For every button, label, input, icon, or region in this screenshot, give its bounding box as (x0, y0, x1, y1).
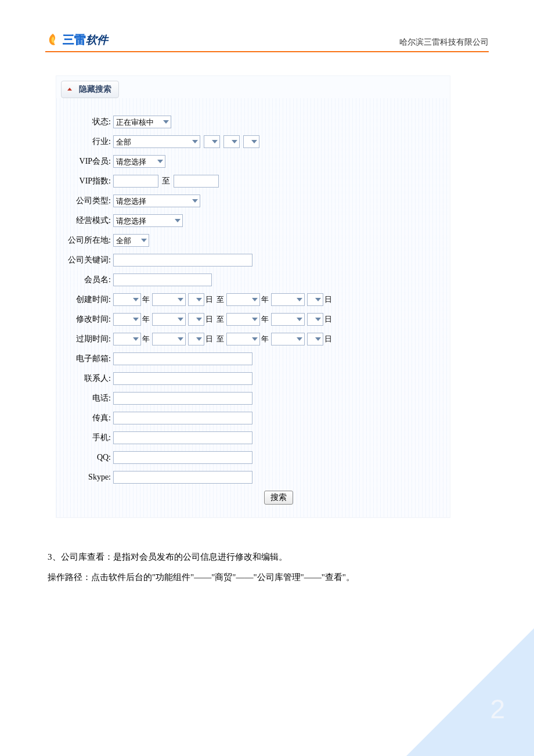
row-email: 电子邮箱: (62, 352, 444, 365)
expire-time-label: 过期时间: (62, 334, 113, 344)
row-create-time: 创建时间: 年 日 至 年 日 (62, 293, 444, 306)
create-time-label: 创建时间: (62, 294, 113, 305)
skype-input[interactable] (113, 471, 252, 484)
email-input[interactable] (113, 352, 252, 365)
logo-text-main: 三雷软件 (63, 32, 108, 48)
page-number: 2 (490, 693, 505, 725)
row-biz-model: 经营模式: 请您选择 (62, 214, 444, 227)
row-expire-time: 过期时间: 年 日 至 年 日 (62, 333, 444, 345)
company-name: 哈尔滨三雷科技有限公司 (399, 37, 489, 48)
paragraph-2: 操作路径：点击软件后台的"功能组件"――"商贸"――"公司库管理"――"查看"。 (48, 567, 489, 588)
modify-from-month[interactable] (152, 313, 186, 326)
search-button[interactable]: 搜索 (264, 491, 293, 505)
contact-input[interactable] (113, 372, 252, 385)
row-vip-index: VIP指数: 至 (62, 175, 444, 188)
status-label: 状态: (62, 117, 113, 127)
row-company-kw: 公司关键词: (62, 254, 444, 267)
fax-label: 传真: (62, 413, 113, 423)
row-company-type: 公司类型: 请您选择 (62, 195, 444, 207)
mobile-input[interactable] (113, 431, 252, 444)
modify-time-label: 修改时间: (62, 314, 113, 325)
vip-member-label: VIP会员: (62, 156, 113, 167)
phone-input[interactable] (113, 392, 252, 405)
modify-to-year[interactable] (226, 313, 260, 326)
expire-from-year[interactable] (113, 333, 141, 345)
row-phone: 电话: (62, 392, 444, 405)
vip-member-select[interactable]: 请您选择 (113, 155, 165, 168)
hide-search-toggle[interactable]: 隐藏搜索 (61, 81, 119, 98)
industry-select-2[interactable] (204, 135, 220, 148)
paragraph-1: 3、公司库查看：是指对会员发布的公司信息进行修改和编辑。 (48, 547, 489, 567)
flame-icon (45, 33, 60, 48)
create-to-year[interactable] (226, 293, 260, 306)
company-type-label: 公司类型: (62, 196, 113, 206)
member-name-label: 会员名: (62, 275, 113, 285)
expire-to-year[interactable] (226, 333, 260, 345)
modify-from-day[interactable] (188, 313, 204, 326)
create-from-year[interactable] (113, 293, 141, 306)
vip-index-label: VIP指数: (62, 176, 113, 186)
modify-to-day[interactable] (307, 313, 323, 326)
qq-label: QQ: (62, 453, 113, 462)
form-body: 状态: 正在审核中 行业: 全部 VIP会员: 请您选择 VIP指数: 至 (56, 98, 450, 517)
create-from-day[interactable] (188, 293, 204, 306)
industry-select-1[interactable]: 全部 (113, 135, 200, 148)
phone-label: 电话: (62, 393, 113, 404)
mobile-label: 手机: (62, 433, 113, 443)
create-from-month[interactable] (152, 293, 186, 306)
row-fax: 传真: (62, 412, 444, 424)
company-kw-label: 公司关键词: (62, 255, 113, 265)
vip-index-to-input[interactable] (174, 175, 219, 188)
chevron-up-icon (66, 86, 73, 93)
qq-input[interactable] (113, 451, 252, 464)
row-contact: 联系人: (62, 372, 444, 385)
email-label: 电子邮箱: (62, 354, 113, 364)
body-text: 3、公司库查看：是指对会员发布的公司信息进行修改和编辑。 操作路径：点击软件后台… (48, 547, 489, 587)
biz-model-label: 经营模式: (62, 215, 113, 226)
row-company-loc: 公司所在地: 全部 (62, 234, 444, 247)
industry-select-4[interactable] (243, 135, 259, 148)
row-skype: Skype: (62, 471, 444, 484)
company-type-select[interactable]: 请您选择 (113, 195, 200, 207)
vip-index-from[interactable] (113, 175, 158, 188)
row-qq: QQ: (62, 451, 444, 464)
member-name-input[interactable] (113, 273, 212, 286)
contact-label: 联系人: (62, 373, 113, 384)
create-to-day[interactable] (307, 293, 323, 306)
company-loc-select[interactable]: 全部 (113, 234, 149, 247)
logo: 三雷软件 (45, 32, 108, 48)
expire-from-month[interactable] (152, 333, 186, 345)
industry-select-3[interactable] (223, 135, 240, 148)
biz-model-select[interactable]: 请您选择 (113, 214, 183, 227)
modify-from-year[interactable] (113, 313, 141, 326)
status-select[interactable]: 正在审核中 (113, 116, 171, 128)
svg-marker-0 (67, 88, 72, 91)
row-modify-time: 修改时间: 年 日 至 年 日 (62, 313, 444, 326)
fax-input[interactable] (113, 412, 252, 424)
row-submit: 搜索 (62, 491, 444, 505)
corner-triangle (406, 628, 534, 756)
panel-title: 隐藏搜索 (79, 84, 111, 95)
row-mobile: 手机: (62, 431, 444, 444)
expire-to-day[interactable] (307, 333, 323, 345)
row-member-name: 会员名: (62, 273, 444, 286)
expire-from-day[interactable] (188, 333, 204, 345)
expire-to-month[interactable] (271, 333, 305, 345)
row-industry: 行业: 全部 (62, 135, 444, 148)
company-kw-input[interactable] (113, 254, 252, 267)
industry-label: 行业: (62, 136, 113, 147)
vip-index-to-label: 至 (162, 176, 170, 186)
row-status: 状态: 正在审核中 (62, 116, 444, 128)
search-form-panel: 隐藏搜索 状态: 正在审核中 行业: 全部 VIP会员: 请您选择 VIP指数: (56, 75, 450, 518)
page-header: 三雷软件 哈尔滨三雷科技有限公司 (45, 32, 489, 52)
row-vip-member: VIP会员: 请您选择 (62, 155, 444, 168)
company-loc-label: 公司所在地: (62, 235, 113, 246)
svg-marker-1 (406, 628, 534, 756)
create-to-month[interactable] (271, 293, 305, 306)
modify-to-month[interactable] (271, 313, 305, 326)
skype-label: Skype: (62, 473, 113, 482)
